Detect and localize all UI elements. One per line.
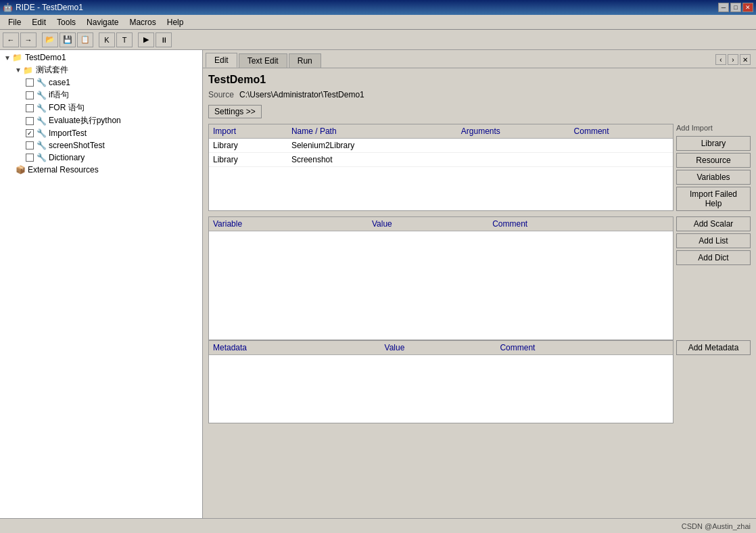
tree-checkbox[interactable]	[26, 104, 34, 112]
file-icon: 🔧	[36, 128, 47, 139]
tree-checkbox[interactable]: ✓	[26, 129, 34, 137]
cell-import: Library	[209, 153, 287, 167]
status-text: CSDN @Austin_zhai	[682, 522, 751, 530]
sidebar: ▼ 📁 TestDemo1▼ 📁 测试套件 🔧 case1 🔧 if语句 🔧 F…	[0, 50, 203, 518]
col-arguments: Arguments	[457, 124, 570, 139]
tree-checkbox[interactable]	[26, 78, 34, 87]
add-dict-button[interactable]: Add Dict	[676, 250, 751, 265]
variable-section: Variable Value Comment Add Scalar Add Li…	[208, 216, 751, 340]
tree-checkbox[interactable]	[26, 154, 34, 162]
tree-checkbox[interactable]	[26, 117, 34, 125]
menu-item-file[interactable]: File	[3, 16, 26, 28]
tree-item-eval[interactable]: 🔧 Evaluate执行python	[1, 114, 201, 127]
tree-checkbox[interactable]	[26, 91, 34, 99]
import-failed-help-button[interactable]: Import Failed Help	[676, 187, 751, 211]
restore-button[interactable]: □	[730, 3, 741, 12]
tab-close[interactable]: ✕	[740, 54, 751, 65]
cell-arguments	[457, 153, 570, 167]
col-import: Import	[209, 124, 287, 139]
minimize-button[interactable]: ─	[718, 3, 729, 12]
tree-item-suite[interactable]: ▼ 📁 测试套件	[1, 64, 201, 76]
menu-item-macros[interactable]: Macros	[124, 16, 161, 28]
import-section: Import Name / Path Arguments Comment Lib…	[208, 124, 751, 211]
col-comment: Comment	[570, 124, 673, 139]
col-meta-comment: Comment	[496, 341, 673, 355]
tree-label: External Resources	[28, 165, 99, 175]
tree-item-screenshot[interactable]: 🔧 screenShotTest	[1, 139, 201, 152]
tree-item-case1[interactable]: 🔧 case1	[1, 76, 201, 89]
tree-label: case1	[49, 78, 70, 87]
variables-button[interactable]: Variables	[676, 170, 751, 185]
menu-item-help[interactable]: Help	[162, 16, 189, 28]
col-meta-value: Value	[381, 341, 496, 355]
cell-comment	[570, 153, 673, 167]
toolbar-k[interactable]: K	[99, 32, 115, 47]
add-import-label: Add Import	[676, 124, 751, 132]
tree-label: screenShotTest	[49, 141, 105, 150]
resource-icon: 📦	[15, 164, 26, 175]
add-metadata-button[interactable]: Add Metadata	[676, 340, 751, 355]
titlebar-left: 🤖 RIDE - TestDemo1	[3, 3, 83, 12]
tab-run[interactable]: Run	[289, 53, 321, 68]
toolbar-back[interactable]: ←	[3, 32, 19, 47]
app-icon: 🤖	[3, 3, 13, 12]
close-button[interactable]: ✕	[742, 3, 753, 12]
cell-arguments	[457, 139, 570, 153]
tree-item-external[interactable]: 📦 External Resources	[1, 164, 201, 176]
tree-item-importtest[interactable]: ✓ 🔧 ImportTest	[1, 127, 201, 139]
toolbar-pause[interactable]: ⏸	[156, 32, 172, 47]
source-label: Source	[208, 90, 234, 99]
source-value: C:\Users\Administrator\TestDemo1	[239, 90, 364, 99]
folder-icon: 📁	[12, 52, 23, 63]
col-metadata: Metadata	[209, 341, 381, 355]
tree-label: Dictionary	[49, 153, 85, 162]
titlebar-controls: ─ □ ✕	[718, 3, 753, 12]
app-title: RIDE - TestDemo1	[16, 3, 83, 12]
settings-button[interactable]: Settings >>	[208, 105, 262, 118]
metadata-table: Metadata Value Comment	[209, 341, 673, 355]
toolbar-t[interactable]: T	[116, 32, 133, 47]
tab-text-edit[interactable]: Text Edit	[239, 53, 287, 68]
tree-item-yu[interactable]: 🔧 if语句	[1, 89, 201, 101]
file-icon: 🔧	[36, 152, 47, 163]
table-row[interactable]: Library Selenium2Library	[209, 139, 673, 153]
menu-item-tools[interactable]: Tools	[51, 16, 81, 28]
col-value: Value	[368, 217, 488, 231]
cell-name: Selenium2Library	[287, 139, 457, 153]
menu-item-navigate[interactable]: Navigate	[81, 16, 124, 28]
metadata-buttons: Add Metadata	[676, 340, 751, 423]
tree-item-testdemo1[interactable]: ▼ 📁 TestDemo1	[1, 51, 201, 64]
table-row[interactable]: Library Screenshot	[209, 153, 673, 167]
tab-edit[interactable]: Edit	[206, 53, 237, 68]
statusbar: CSDN @Austin_zhai	[0, 518, 756, 533]
file-icon: 🔧	[36, 140, 47, 151]
tab-nav: ‹ › ✕	[715, 54, 751, 65]
tree-item-for[interactable]: 🔧 FOR 语句	[1, 101, 201, 114]
tab-prev[interactable]: ‹	[715, 54, 726, 65]
tree-label: ImportTest	[49, 129, 87, 138]
menubar: FileEditToolsNavigateMacrosHelp	[0, 15, 756, 30]
menu-item-edit[interactable]: Edit	[26, 16, 51, 28]
toolbar-forward[interactable]: →	[20, 32, 37, 47]
toolbar-save-all[interactable]: 📋	[77, 32, 93, 47]
toolbar-open[interactable]: 📂	[42, 32, 58, 47]
tree-label: Evaluate执行python	[49, 115, 121, 126]
file-icon: 🔧	[36, 103, 47, 114]
panel-source: Source C:\Users\Administrator\TestDemo1	[208, 90, 751, 99]
expand-arrow: ▼	[4, 54, 11, 62]
library-button[interactable]: Library	[676, 136, 751, 151]
tree-item-dictionary[interactable]: 🔧 Dictionary	[1, 152, 201, 164]
tree-label: FOR 语句	[49, 102, 85, 114]
file-icon: 🔧	[36, 116, 47, 126]
titlebar: 🤖 RIDE - TestDemo1 ─ □ ✕	[0, 0, 756, 15]
tree-checkbox[interactable]	[26, 141, 34, 149]
tab-next[interactable]: ›	[728, 54, 738, 65]
toolbar-save[interactable]: 💾	[60, 32, 76, 47]
col-variable: Variable	[209, 217, 368, 231]
add-scalar-button[interactable]: Add Scalar	[676, 216, 751, 231]
toolbar-run[interactable]: ▶	[138, 32, 154, 47]
col-var-comment: Comment	[488, 217, 673, 231]
cell-name: Screenshot	[287, 153, 457, 167]
add-list-button[interactable]: Add List	[676, 233, 751, 248]
resource-button[interactable]: Resource	[676, 153, 751, 168]
